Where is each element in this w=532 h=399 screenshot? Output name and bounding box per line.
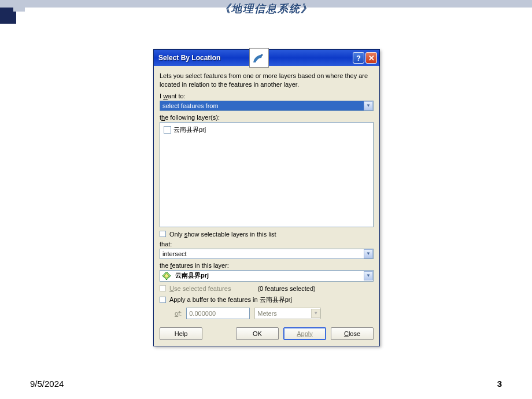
- buffer-unit-value: Meters: [255, 310, 311, 317]
- select-by-location-dialog: Select By Location ? ✕ Lets you select f…: [153, 49, 380, 346]
- apply-buffer-label: Apply a buffer to the features in 云南县界pr…: [169, 295, 292, 304]
- layer-checkbox[interactable]: [164, 126, 171, 134]
- square-light-icon: [13, 0, 25, 12]
- svg-point-0: [261, 54, 263, 56]
- use-selected-checkbox: [160, 285, 166, 291]
- apply-buffer-checkbox[interactable]: [160, 297, 166, 303]
- iwant-value: select features from: [160, 102, 364, 109]
- layers-listbox[interactable]: 云南县界prj: [160, 122, 374, 227]
- slide-title: 《地理信息系统》: [220, 2, 312, 16]
- ok-button[interactable]: OK: [236, 327, 279, 340]
- features-layer-dropdown[interactable]: 云南县界prj ▼: [160, 270, 374, 282]
- iwant-label: I want to:: [160, 93, 374, 99]
- dialog-body: Lets you select features from one or mor…: [154, 66, 379, 346]
- intro-text: Lets you select features from one or mor…: [160, 72, 374, 89]
- buffer-input-row: of: Meters ▼: [175, 308, 374, 319]
- buffer-value-input[interactable]: [186, 308, 250, 319]
- layer-item-label: 云南县界prj: [173, 125, 206, 134]
- chevron-down-icon[interactable]: ▼: [364, 101, 373, 110]
- iwant-dropdown[interactable]: select features from ▼: [160, 101, 374, 111]
- chevron-down-icon[interactable]: ▼: [364, 271, 373, 280]
- help-button[interactable]: Help: [160, 327, 202, 340]
- polygon-layer-icon: [162, 271, 171, 280]
- that-label: that:: [160, 241, 374, 247]
- close-button[interactable]: Close: [331, 327, 374, 340]
- that-value: intersect: [160, 250, 364, 257]
- close-icon[interactable]: ✕: [365, 52, 377, 64]
- slide-date: 9/5/2024: [30, 379, 64, 389]
- that-dropdown[interactable]: intersect ▼: [160, 249, 374, 259]
- apply-button[interactable]: Apply: [283, 327, 326, 340]
- buffer-unit-dropdown: Meters ▼: [254, 308, 321, 319]
- dialog-titlebar[interactable]: Select By Location ? ✕: [154, 50, 379, 66]
- selected-count: (0 features selected): [257, 285, 315, 292]
- help-icon[interactable]: ?: [353, 52, 364, 64]
- header-decoration: [0, 0, 25, 24]
- features-layer-value: 云南县界prj: [173, 271, 364, 280]
- dialog-button-row: Help OK Apply Close: [160, 327, 374, 340]
- use-selected-label: Use selected features: [169, 285, 231, 292]
- layer-list-item[interactable]: 云南县界prj: [162, 125, 371, 135]
- of-label: of:: [175, 310, 182, 317]
- chevron-down-icon: ▼: [311, 309, 320, 318]
- apply-buffer-row: Apply a buffer to the features in 云南县界pr…: [160, 295, 374, 304]
- only-selectable-label: Only show selectable layers in this list: [169, 231, 276, 238]
- slide-footer: 9/5/2024 3: [30, 379, 502, 389]
- app-logo-icon: [249, 48, 269, 68]
- use-selected-row: Use selected features (0 features select…: [160, 285, 374, 292]
- only-selectable-row: Only show selectable layers in this list: [160, 231, 374, 238]
- chevron-down-icon[interactable]: ▼: [364, 249, 373, 258]
- following-layers-label: the following layer(s):: [160, 114, 374, 121]
- features-layer-label: the features in this layer:: [160, 262, 374, 269]
- only-selectable-checkbox[interactable]: [160, 231, 166, 237]
- slide-page-number: 3: [497, 379, 502, 389]
- slide-header: 《地理信息系统》: [0, 0, 532, 23]
